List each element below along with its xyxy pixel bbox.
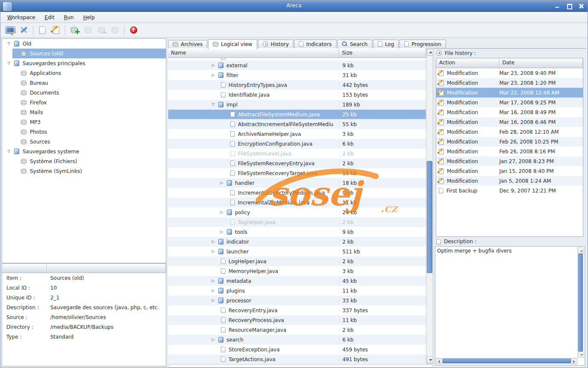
file-row-filesystemrecoverytarget-java[interactable]: FileSystemRecoveryTarget.java16 kb [168,168,426,178]
menu-workspace[interactable]: Workspace [3,13,40,22]
open-workspace-button[interactable] [3,24,17,36]
backup-button[interactable] [67,24,81,36]
file-row-encryptionconfiguration-java[interactable]: EncryptionConfiguration.java6 kb [168,139,426,149]
tree-item-sauvegardes-systeme[interactable]: ▽Sauvegardes systeme [2,147,166,156]
tree-collapsed-arrow-icon[interactable]: ▷ [219,181,224,185]
menu-run[interactable]: Run [59,13,78,22]
column-header-name[interactable]: Name [168,48,339,58]
tree-item-sauvegardes-principales[interactable]: ▽Sauvegardes principales [2,58,166,68]
folder-row-external[interactable]: ▷external9 kb [168,60,426,70]
history-row[interactable]: ModificationJan 5, 2008 1:24 AM [436,176,583,186]
file-row-abstractincrementalfilesystemmediu[interactable]: AbstractIncrementalFileSystemMediu55 kb [168,119,426,129]
menu-edit[interactable]: Edit [40,13,59,22]
history-row[interactable]: ModificationMar 16, 2008 6:46 PM [436,117,583,127]
scroll-up-arrow[interactable] [578,247,584,254]
tree-item-applications[interactable]: Applications [2,68,166,78]
scrollbar-thumb[interactable] [427,161,432,273]
scroll-up-arrow[interactable] [427,49,433,56]
folder-row-policy[interactable]: ▷policy24 kb [168,207,426,217]
tab-search[interactable]: Search [337,40,372,48]
history-row[interactable]: ModificationMar 23, 2008 1:20 PM [436,78,583,88]
edit-target-button[interactable] [49,24,63,36]
file-row-filesystemrecoveryentry-java[interactable]: FileSystemRecoveryEntry.java2 kb [168,158,426,168]
file-row-abstractfilesystemmedium-java[interactable]: AbstractFileSystemMedium.java25 kb [168,109,426,119]
file-row-recoveryentry-java[interactable]: RecoveryEntry.java337 bytes [168,305,426,315]
tree-collapsed-arrow-icon[interactable]: ▷ [211,73,216,77]
tree-item-firefox[interactable]: Firefox [2,98,166,107]
tab-log[interactable]: Log [373,40,399,48]
tab-logical-view[interactable]: Logical view [208,39,257,49]
folder-row-metadata[interactable]: ▷metadata45 kb [168,276,426,286]
close-button[interactable] [579,3,584,9]
column-header-size[interactable]: Size [339,48,426,58]
tree-collapsed-arrow-icon[interactable]: ▷ [211,338,216,342]
history-row[interactable]: ModificationFeb 28, 2008 12:10 AM [436,127,583,137]
tree-collapsed-arrow-icon[interactable]: ▷ [211,240,216,244]
tree-collapsed-arrow-icon[interactable]: ▷ [211,250,216,253]
folder-row-impl[interactable]: ▽impl189 kb [168,100,426,109]
tab-progression[interactable]: Progression [400,40,446,48]
scroll-down-arrow[interactable] [578,351,584,358]
tree-item-mails[interactable]: Mails [2,107,166,117]
history-row[interactable]: ModificationMar 22, 2008 12:48 AM [436,88,583,98]
folder-row-handler[interactable]: ▷handler18 kb [168,178,426,188]
history-row[interactable]: ModificationJan 15, 2008 8:40 PM [436,166,583,176]
tree-expanded-arrow-icon[interactable]: ▽ [211,103,216,106]
folder-row-tools[interactable]: ▷tools9 kb [168,227,426,237]
scroll-down-arrow[interactable] [427,356,433,363]
folder-row-search[interactable]: ▷search6 kb [168,335,426,345]
new-target-button[interactable] [35,24,49,36]
tree-collapsed-arrow-icon[interactable]: ▷ [211,299,216,302]
folder-row-plugins[interactable]: ▷plugins11 kb [168,286,426,296]
tab-archives[interactable]: Archives [168,40,207,49]
file-row-identifiable-java[interactable]: Identifiable.java153 bytes [168,90,426,100]
file-row-incrementalzipmedium-java[interactable]: IncrementalZipMedium.java11 kb [168,198,426,207]
history-row[interactable]: ModificationMar 17, 2008 9:25 PM [436,98,583,107]
file-row-storeexception-java[interactable]: StoreException.java459 bytes [168,345,426,354]
file-row-targetactions-java[interactable]: TargetActions.java491 bytes [168,354,426,364]
tree-item-old[interactable]: ▽Old [2,39,166,49]
tab-history[interactable]: History [258,40,294,48]
tree-item-sources[interactable]: Sources [2,137,166,147]
history-row[interactable]: ModificationJan 27, 2008 8:23 PM [436,156,583,166]
scroll-left-arrow[interactable] [436,359,443,364]
folder-row-processor[interactable]: ▷processor33 kb [168,296,426,305]
folder-row-indicator[interactable]: ▷indicator2 kb [168,237,426,247]
menu-help[interactable]: Help [78,13,99,22]
tree-item-photos[interactable]: Photos [2,127,166,137]
file-row-incrementaldirectorymedium-java[interactable]: IncrementalDirectoryMedium.java9 kb [168,188,426,198]
file-row-loghelper-java[interactable]: LogHelper.java2 kb [168,256,426,266]
tree-expanded-arrow-icon[interactable]: ▽ [6,42,12,46]
folder-row-filter[interactable]: ▷filter31 kb [168,70,426,80]
tree-item-mp3[interactable]: MP3 [2,117,166,127]
tree-item-sources-old[interactable]: Sources (old) [2,49,166,58]
tree-collapsed-arrow-icon[interactable]: ▷ [211,63,216,67]
file-row-historyentrytypes-java[interactable]: HistoryEntryTypes.java442 bytes [168,80,426,90]
maximize-button[interactable] [567,3,572,9]
file-row-taghelper-java[interactable]: TagHelper.java2 kb [168,217,426,227]
history-row[interactable]: ModificationFeb 26, 2008 10:25 PM [436,137,583,147]
tree-item-bureau[interactable]: Bureau [2,78,166,88]
file-row-archivenamehelper-java[interactable]: ArchiveNameHelper.java3 kb [168,129,426,139]
help-button[interactable] [127,24,140,36]
history-row[interactable]: First backupDec 9, 2007 12:21 PM [436,186,583,196]
scrollbar-thumb[interactable] [578,253,583,352]
column-header-action[interactable]: Action [436,58,499,68]
history-row[interactable]: ModificationMar 23, 2008 9:40 PM [436,68,583,78]
tree-item-syst-me-symlinks[interactable]: Système (SymLinks) [2,166,166,176]
file-row-memoryhelper-java[interactable]: MemoryHelper.java3 kb [168,266,426,276]
tree-collapsed-arrow-icon[interactable]: ▷ [211,279,216,283]
preferences-tools-button[interactable] [17,24,31,36]
tree-expanded-arrow-icon[interactable]: ▽ [6,61,12,65]
tree-collapsed-arrow-icon[interactable]: ▷ [219,230,224,234]
history-row[interactable]: ModificationMar 16, 2008 8:49 PM [436,107,583,117]
scrollbar-thumb[interactable] [443,359,571,363]
tree-item-syst-me-fichiers[interactable]: Système (Fichiers) [2,156,166,166]
horizontal-scrollbar[interactable] [168,364,433,368]
column-header-date[interactable]: Date [499,58,583,68]
folder-row-launcher[interactable]: ▷launcher511 kb [168,247,426,256]
tab-indicators[interactable]: Indicators [294,40,336,48]
file-row-resourcemanager-java[interactable]: ResourceManager.java2 kb [168,325,426,335]
tree-collapsed-arrow-icon[interactable]: ▷ [219,210,224,214]
history-row[interactable]: ModificationFeb 26, 2008 8:16 PM [436,147,583,156]
